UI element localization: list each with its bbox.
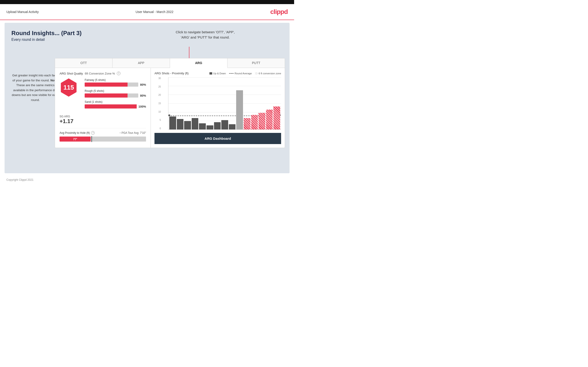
y-label-20: 20 xyxy=(158,94,161,96)
bar-row-rough: Rough (5 shots) 80% xyxy=(85,89,146,98)
prox-bar-fill: 77' xyxy=(60,137,91,142)
hexagon-badge: 115 xyxy=(60,78,78,97)
bars-section: Fairway (5 shots) 80% Rough (5 shots) xyxy=(85,78,146,111)
chart-bar-h1 xyxy=(244,118,251,129)
left-panel: ARG Shot Quality 6ft Conversion Zone % ?… xyxy=(55,68,151,148)
chart-bar-8 xyxy=(221,120,228,129)
bar-label-fairway: Fairway (5 shots) xyxy=(85,78,146,82)
prox-title: Avg Proximity to Hole (ft) xyxy=(60,131,90,134)
chart-bar-7 xyxy=(214,122,221,129)
legend-item-updown: Up & Down xyxy=(209,72,226,75)
bar-label-sand: Sand (1 shots) xyxy=(85,100,146,103)
upload-manual-label: Upload Manual Activity xyxy=(6,10,39,14)
tab-ott[interactable]: OTT xyxy=(55,58,112,68)
chart-bar-6 xyxy=(207,125,213,129)
bar-pct-rough: 80% xyxy=(140,94,146,97)
chart-bars xyxy=(168,77,281,129)
y-label-5: 5 xyxy=(159,119,161,121)
y-label-15: 15 xyxy=(158,102,161,105)
y-label-10: 10 xyxy=(158,111,161,113)
chart-title: ARG Shots - Proximity (ft) xyxy=(155,72,189,75)
sg-label: SG ARG xyxy=(60,115,146,118)
chart-area: ◄ 8 xyxy=(168,77,281,130)
prox-cursor xyxy=(92,136,92,142)
section-sub: 6ft Conversion Zone % xyxy=(85,72,115,75)
y-label-30: 30 xyxy=(158,77,161,80)
prox-bar-text: 77' xyxy=(73,137,77,141)
tabs-bar: OTT APP ARG PUTT xyxy=(55,58,285,68)
sg-section: SG ARG +1.17 xyxy=(60,115,146,125)
chart-bar-5 xyxy=(199,123,206,129)
chart-bar-tall xyxy=(236,90,243,129)
chart-header: ARG Shots - Proximity (ft) Up & Down Rou… xyxy=(155,72,281,75)
chart-bar-9 xyxy=(229,124,236,129)
y-label-0: 0 xyxy=(159,127,161,130)
sg-value: +1.17 xyxy=(60,118,146,125)
chart-bar-h3 xyxy=(259,113,265,129)
chart-bar-h2 xyxy=(251,115,258,129)
clippd-logo: clippd xyxy=(270,8,288,16)
bar-row-fairway: Fairway (5 shots) 80% xyxy=(85,78,146,87)
info-icon[interactable]: ? xyxy=(117,72,121,75)
chart-bar-4 xyxy=(192,118,199,129)
chart-bar-h5 xyxy=(273,107,280,129)
footer: Copyright Clippd 2021 xyxy=(0,176,294,184)
nav-instruction: Click to navigate between 'OTT', 'APP', … xyxy=(176,30,235,40)
bar-row-sand: Sand (1 shots) 100% xyxy=(85,100,146,108)
hex-container: 115 Fairway (5 shots) 80% xyxy=(60,78,146,111)
tab-arg[interactable]: ARG xyxy=(170,58,227,68)
dashboard-card: OTT APP ARG PUTT ARG Shot Quality 6ft Co… xyxy=(55,58,285,148)
panels: ARG Shot Quality 6ft Conversion Zone % ?… xyxy=(55,68,285,148)
bar-fill-rough xyxy=(85,93,128,98)
prox-section: Avg Proximity to Hole (ft) ? ↑ PGA Tour … xyxy=(60,128,146,142)
prox-bar-track: 77' xyxy=(60,137,146,142)
arg-dashboard-button[interactable]: ARG Dashboard xyxy=(155,133,281,144)
chart-bar-2 xyxy=(177,119,184,129)
tab-app[interactable]: APP xyxy=(112,58,170,68)
pga-avg: ↑ PGA Tour Avg: 7'10" xyxy=(119,131,146,134)
legend-item-roundavg: Round Average xyxy=(229,72,252,75)
copyright-text: Copyright Clippd 2021 xyxy=(6,178,34,182)
legend-item-6ft: 6 ft conversion zone xyxy=(255,72,281,75)
bar-pct-fairway: 80% xyxy=(140,83,146,86)
right-panel: ARG Shots - Proximity (ft) Up & Down Rou… xyxy=(151,68,285,148)
document-title: User Manual - March 2022 xyxy=(136,10,173,14)
header: Upload Manual Activity User Manual - Mar… xyxy=(0,4,294,20)
hex-number: 115 xyxy=(63,84,74,91)
bar-pct-sand: 100% xyxy=(138,105,146,108)
legend-box-updown xyxy=(209,72,212,75)
bar-fill-sand xyxy=(85,104,137,108)
y-axis: 30 25 20 15 10 5 0 xyxy=(155,77,161,130)
main-content: Round Insights... (Part 3) Every round i… xyxy=(5,23,290,173)
legend-dashed-roundavg xyxy=(229,73,234,74)
tab-putt[interactable]: PUTT xyxy=(227,58,285,68)
page-subtitle: Every round in detail xyxy=(11,38,283,42)
section-header: ARG Shot Quality 6ft Conversion Zone % ? xyxy=(60,72,146,75)
prox-info-icon[interactable]: ? xyxy=(91,131,95,135)
legend-label-updown: Up & Down xyxy=(213,72,226,75)
bar-label-rough: Rough (5 shots) xyxy=(85,89,146,92)
chart-bar-h4 xyxy=(266,110,273,129)
chart-bar-1 xyxy=(169,117,176,129)
left-description: Get greater insight into each facet of y… xyxy=(11,73,59,103)
hexagon-wrap: 115 xyxy=(60,78,78,98)
legend-label-6ft: 6 ft conversion zone xyxy=(259,72,281,75)
section-title: ARG Shot Quality xyxy=(60,72,83,75)
description-text: Get greater insight into each facet of y… xyxy=(12,74,59,102)
legend-hatched-6ft xyxy=(255,72,258,75)
top-bar xyxy=(0,0,294,4)
chart-bar-3 xyxy=(184,121,191,129)
bar-fill-fairway xyxy=(85,83,128,87)
page-title: Round Insights... (Part 3) xyxy=(11,30,283,37)
y-label-25: 25 xyxy=(158,86,161,88)
chart-wrapper: 30 25 20 15 10 5 0 xyxy=(161,77,281,130)
prox-header: Avg Proximity to Hole (ft) ? ↑ PGA Tour … xyxy=(60,131,146,135)
legend-label-roundavg: Round Average xyxy=(234,72,252,75)
legend: Up & Down Round Average 6 ft conversion … xyxy=(209,72,281,75)
